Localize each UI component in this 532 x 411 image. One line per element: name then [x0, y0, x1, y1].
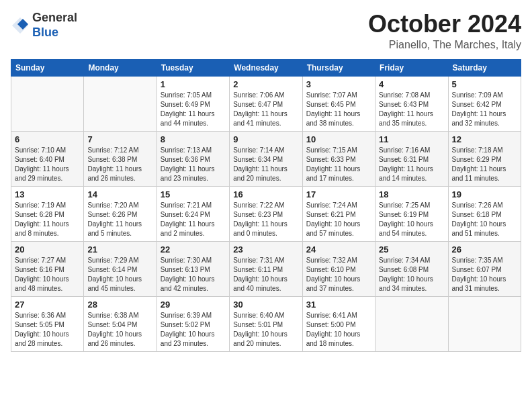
- day-info: Sunrise: 7:15 AM Sunset: 6:33 PM Dayligh…: [306, 146, 371, 183]
- weekday-friday: Friday: [375, 59, 448, 76]
- weekday-wednesday: Wednesday: [230, 59, 302, 76]
- day-number: 10: [306, 134, 371, 144]
- weekday-sunday: Sunday: [11, 59, 84, 76]
- day-number: 17: [306, 189, 371, 199]
- day-info: Sunrise: 7:13 AM Sunset: 6:36 PM Dayligh…: [161, 146, 226, 183]
- day-info: Sunrise: 6:36 AM Sunset: 5:05 PM Dayligh…: [15, 311, 80, 349]
- calendar-cell: 18Sunrise: 7:25 AM Sunset: 6:19 PM Dayli…: [375, 186, 448, 241]
- calendar-cell: [84, 76, 157, 131]
- day-number: 30: [233, 300, 298, 310]
- logo: General Blue: [11, 11, 77, 40]
- day-number: 6: [15, 134, 80, 144]
- day-number: 12: [452, 134, 517, 144]
- day-info: Sunrise: 7:34 AM Sunset: 6:08 PM Dayligh…: [379, 256, 444, 293]
- day-number: 4: [379, 79, 444, 89]
- day-number: 13: [15, 189, 80, 199]
- calendar-cell: 14Sunrise: 7:20 AM Sunset: 6:26 PM Dayli…: [84, 186, 157, 241]
- day-info: Sunrise: 7:09 AM Sunset: 6:42 PM Dayligh…: [452, 91, 517, 128]
- day-info: Sunrise: 6:40 AM Sunset: 5:01 PM Dayligh…: [233, 311, 298, 349]
- weekday-thursday: Thursday: [302, 59, 375, 76]
- calendar-cell: 26Sunrise: 7:35 AM Sunset: 6:07 PM Dayli…: [448, 241, 521, 296]
- day-info: Sunrise: 6:41 AM Sunset: 5:00 PM Dayligh…: [306, 311, 371, 349]
- calendar-cell: 17Sunrise: 7:24 AM Sunset: 6:21 PM Dayli…: [302, 186, 375, 241]
- calendar-cell: 12Sunrise: 7:18 AM Sunset: 6:29 PM Dayli…: [448, 131, 521, 186]
- day-info: Sunrise: 7:18 AM Sunset: 6:29 PM Dayligh…: [452, 146, 517, 183]
- day-info: Sunrise: 7:22 AM Sunset: 6:23 PM Dayligh…: [233, 201, 298, 238]
- calendar-cell: 27Sunrise: 6:36 AM Sunset: 5:05 PM Dayli…: [11, 296, 84, 351]
- calendar-cell: 4Sunrise: 7:08 AM Sunset: 6:43 PM Daylig…: [375, 76, 448, 131]
- calendar-cell: 25Sunrise: 7:34 AM Sunset: 6:08 PM Dayli…: [375, 241, 448, 296]
- day-number: 19: [452, 189, 517, 199]
- calendar-cell: 7Sunrise: 7:12 AM Sunset: 6:38 PM Daylig…: [84, 131, 157, 186]
- calendar-cell: 24Sunrise: 7:32 AM Sunset: 6:10 PM Dayli…: [302, 241, 375, 296]
- day-info: Sunrise: 7:07 AM Sunset: 6:45 PM Dayligh…: [306, 91, 371, 128]
- calendar-cell: 23Sunrise: 7:31 AM Sunset: 6:11 PM Dayli…: [230, 241, 302, 296]
- day-info: Sunrise: 7:32 AM Sunset: 6:10 PM Dayligh…: [306, 256, 371, 293]
- weekday-tuesday: Tuesday: [157, 59, 229, 76]
- calendar-cell: 22Sunrise: 7:30 AM Sunset: 6:13 PM Dayli…: [157, 241, 229, 296]
- day-info: Sunrise: 7:14 AM Sunset: 6:34 PM Dayligh…: [233, 146, 298, 183]
- calendar-cell: 13Sunrise: 7:19 AM Sunset: 6:28 PM Dayli…: [11, 186, 84, 241]
- day-info: Sunrise: 7:06 AM Sunset: 6:47 PM Dayligh…: [233, 91, 298, 128]
- calendar-cell: 5Sunrise: 7:09 AM Sunset: 6:42 PM Daylig…: [448, 76, 521, 131]
- day-info: Sunrise: 7:10 AM Sunset: 6:40 PM Dayligh…: [15, 146, 80, 183]
- day-number: 3: [306, 79, 371, 89]
- day-info: Sunrise: 7:21 AM Sunset: 6:24 PM Dayligh…: [161, 201, 226, 238]
- day-number: 23: [233, 244, 298, 255]
- day-number: 11: [379, 134, 444, 144]
- logo-icon: [11, 16, 30, 35]
- day-info: Sunrise: 7:08 AM Sunset: 6:43 PM Dayligh…: [379, 91, 444, 128]
- day-info: Sunrise: 7:24 AM Sunset: 6:21 PM Dayligh…: [306, 201, 371, 238]
- location: Pianello, The Marches, Italy: [368, 39, 521, 51]
- day-number: 7: [87, 134, 152, 144]
- day-number: 27: [15, 300, 80, 310]
- day-number: 24: [306, 244, 371, 255]
- calendar-cell: 11Sunrise: 7:16 AM Sunset: 6:31 PM Dayli…: [375, 131, 448, 186]
- calendar-cell: 3Sunrise: 7:07 AM Sunset: 6:45 PM Daylig…: [302, 76, 375, 131]
- day-number: 15: [161, 189, 226, 199]
- calendar-cell: 6Sunrise: 7:10 AM Sunset: 6:40 PM Daylig…: [11, 131, 84, 186]
- day-info: Sunrise: 7:35 AM Sunset: 6:07 PM Dayligh…: [452, 256, 517, 293]
- day-info: Sunrise: 7:26 AM Sunset: 6:18 PM Dayligh…: [452, 201, 517, 238]
- day-info: Sunrise: 7:27 AM Sunset: 6:16 PM Dayligh…: [15, 256, 80, 293]
- calendar-table: SundayMondayTuesdayWednesdayThursdayFrid…: [11, 59, 521, 352]
- weekday-monday: Monday: [84, 59, 157, 76]
- day-number: 22: [161, 244, 226, 255]
- page-header: General Blue October 2024 Pianello, The …: [11, 11, 521, 51]
- day-number: 5: [452, 79, 517, 89]
- day-number: 21: [87, 244, 152, 255]
- calendar-body: 1Sunrise: 7:05 AM Sunset: 6:49 PM Daylig…: [11, 76, 521, 351]
- month-title: October 2024: [368, 11, 521, 38]
- day-info: Sunrise: 7:20 AM Sunset: 6:26 PM Dayligh…: [87, 201, 152, 238]
- day-number: 16: [233, 189, 298, 199]
- calendar-cell: [375, 296, 448, 351]
- calendar-cell: 28Sunrise: 6:38 AM Sunset: 5:04 PM Dayli…: [84, 296, 157, 351]
- day-number: 8: [161, 134, 226, 144]
- calendar-week-1: 1Sunrise: 7:05 AM Sunset: 6:49 PM Daylig…: [11, 76, 521, 131]
- day-info: Sunrise: 7:31 AM Sunset: 6:11 PM Dayligh…: [233, 256, 298, 293]
- calendar-cell: 29Sunrise: 6:39 AM Sunset: 5:02 PM Dayli…: [157, 296, 229, 351]
- calendar-cell: 21Sunrise: 7:29 AM Sunset: 6:14 PM Dayli…: [84, 241, 157, 296]
- day-info: Sunrise: 7:05 AM Sunset: 6:49 PM Dayligh…: [161, 91, 226, 128]
- calendar-cell: 19Sunrise: 7:26 AM Sunset: 6:18 PM Dayli…: [448, 186, 521, 241]
- calendar-cell: 30Sunrise: 6:40 AM Sunset: 5:01 PM Dayli…: [230, 296, 302, 351]
- day-number: 25: [379, 244, 444, 255]
- logo-text: General Blue: [32, 11, 77, 40]
- calendar-cell: [448, 296, 521, 351]
- day-number: 2: [233, 79, 298, 89]
- calendar-week-2: 6Sunrise: 7:10 AM Sunset: 6:40 PM Daylig…: [11, 131, 521, 186]
- weekday-header-row: SundayMondayTuesdayWednesdayThursdayFrid…: [11, 59, 521, 76]
- weekday-saturday: Saturday: [448, 59, 521, 76]
- calendar-cell: 8Sunrise: 7:13 AM Sunset: 6:36 PM Daylig…: [157, 131, 229, 186]
- day-number: 20: [15, 244, 80, 255]
- day-number: 29: [161, 300, 226, 310]
- day-number: 28: [87, 300, 152, 310]
- day-info: Sunrise: 7:30 AM Sunset: 6:13 PM Dayligh…: [161, 256, 226, 293]
- day-info: Sunrise: 7:25 AM Sunset: 6:19 PM Dayligh…: [379, 201, 444, 238]
- calendar-cell: 20Sunrise: 7:27 AM Sunset: 6:16 PM Dayli…: [11, 241, 84, 296]
- day-info: Sunrise: 7:19 AM Sunset: 6:28 PM Dayligh…: [15, 201, 80, 238]
- day-number: 14: [87, 189, 152, 199]
- calendar-cell: 9Sunrise: 7:14 AM Sunset: 6:34 PM Daylig…: [230, 131, 302, 186]
- calendar-cell: 31Sunrise: 6:41 AM Sunset: 5:00 PM Dayli…: [302, 296, 375, 351]
- day-number: 18: [379, 189, 444, 199]
